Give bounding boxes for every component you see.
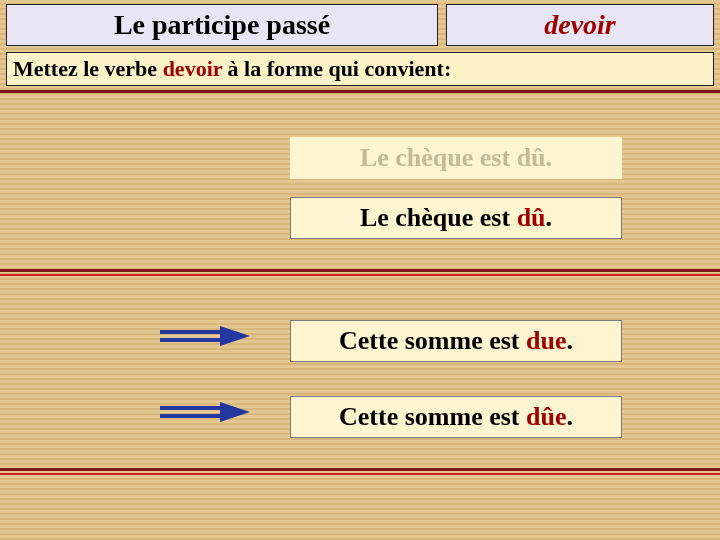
- instruction: Mettez le verbe devoir à la forme qui co…: [6, 52, 714, 86]
- instruction-keyword: devoir: [163, 56, 222, 81]
- option-1a-post: .: [546, 143, 553, 172]
- option-2a-pre: Cette somme est: [339, 326, 526, 355]
- divider-dark-3: [0, 468, 720, 471]
- option-1b-hl: dû: [517, 203, 546, 232]
- option-1b[interactable]: Le chèque est dû.: [290, 197, 622, 239]
- svg-rect-0: [160, 330, 220, 334]
- option-2b-pre: Cette somme est: [339, 402, 526, 431]
- svg-rect-4: [160, 414, 220, 418]
- svg-marker-2: [220, 326, 250, 346]
- option-2a-post: .: [566, 326, 573, 355]
- arrow-icon: [160, 402, 250, 422]
- instruction-post: à la forme qui convient:: [222, 56, 451, 81]
- title-left: Le participe passé: [6, 4, 438, 46]
- option-1a-hl: dû: [517, 143, 546, 172]
- title-right: devoir: [446, 4, 714, 46]
- svg-marker-5: [220, 402, 250, 422]
- divider-dark-2: [0, 269, 720, 272]
- option-2b-post: .: [566, 402, 573, 431]
- option-2a-hl: due: [526, 326, 566, 355]
- option-1b-pre: Le chèque est: [360, 203, 517, 232]
- option-1a-pre: Le chèque est: [360, 143, 517, 172]
- instruction-pre: Mettez le verbe: [13, 56, 163, 81]
- svg-rect-1: [160, 338, 220, 342]
- option-2b-hl: dûe: [526, 402, 566, 431]
- arrow-icon: [160, 326, 250, 346]
- option-1b-post: .: [546, 203, 553, 232]
- header-bar: Le participe passé devoir: [0, 0, 720, 46]
- svg-rect-3: [160, 406, 220, 410]
- option-2b[interactable]: Cette somme est dûe.: [290, 396, 622, 438]
- option-2a[interactable]: Cette somme est due.: [290, 320, 622, 362]
- divider-red-2: [0, 473, 720, 475]
- option-1a[interactable]: Le chèque est dû.: [290, 137, 622, 179]
